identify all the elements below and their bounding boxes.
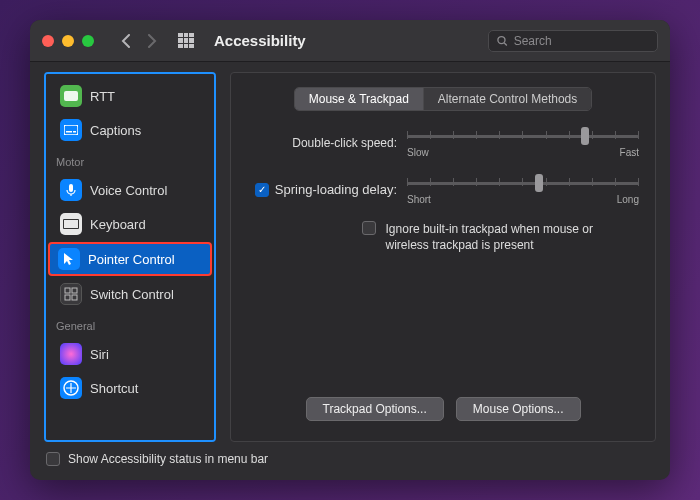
sidebar-item-label: RTT	[90, 89, 115, 104]
pointer-control-icon	[58, 248, 80, 270]
group-label-general: General	[46, 312, 214, 336]
sidebar-item-keyboard[interactable]: Keyboard	[50, 208, 210, 240]
sidebar-item-pointer-control[interactable]: Pointer Control	[48, 242, 212, 276]
minimize-window-button[interactable]	[62, 35, 74, 47]
sidebar-item-switch-control[interactable]: Switch Control	[50, 278, 210, 310]
sidebar-item-label: Captions	[90, 123, 141, 138]
slider-max-label: Fast	[620, 147, 639, 158]
spring-loading-slider[interactable]	[407, 174, 639, 192]
slider-min-label: Slow	[407, 147, 429, 158]
spring-loading-row: Spring-loading delay: Short Long	[247, 174, 639, 205]
grid-icon	[178, 33, 194, 49]
close-window-button[interactable]	[42, 35, 54, 47]
captions-icon	[60, 119, 82, 141]
preferences-window: Accessibility RTT Captions Motor	[30, 20, 670, 480]
sidebar-item-label: Switch Control	[90, 287, 174, 302]
search-icon	[497, 35, 508, 47]
double-click-row: Double-click speed: Slow Fast	[247, 127, 639, 158]
zoom-window-button[interactable]	[82, 35, 94, 47]
spring-loading-label: Spring-loading delay:	[275, 182, 397, 197]
svg-rect-12	[65, 295, 70, 300]
ignore-trackpad-checkbox[interactable]	[362, 221, 376, 235]
ignore-trackpad-row: Ignore built-in trackpad when mouse or w…	[247, 221, 639, 253]
tab-alternate-control[interactable]: Alternate Control Methods	[423, 88, 591, 110]
svg-rect-10	[65, 288, 70, 293]
rtt-icon	[60, 85, 82, 107]
svg-rect-9	[64, 220, 78, 228]
forward-button[interactable]	[140, 29, 164, 53]
ignore-trackpad-label: Ignore built-in trackpad when mouse or w…	[386, 221, 639, 253]
sidebar-item-siri[interactable]: Siri	[50, 338, 210, 370]
keyboard-icon	[60, 213, 82, 235]
sidebar[interactable]: RTT Captions Motor Voice Control Keyboa	[44, 72, 216, 442]
search-input[interactable]	[514, 34, 649, 48]
traffic-lights	[42, 35, 94, 47]
sidebar-item-voice-control[interactable]: Voice Control	[50, 174, 210, 206]
show-status-label: Show Accessibility status in menu bar	[68, 452, 268, 466]
slider-max-label: Long	[617, 194, 639, 205]
slider-min-label: Short	[407, 194, 431, 205]
window-title: Accessibility	[214, 32, 306, 49]
titlebar: Accessibility	[30, 20, 670, 62]
double-click-label: Double-click speed:	[247, 136, 397, 150]
svg-rect-4	[66, 131, 72, 133]
shortcut-icon	[60, 377, 82, 399]
body: RTT Captions Motor Voice Control Keyboa	[30, 62, 670, 442]
svg-rect-3	[64, 125, 78, 135]
content-pane: Mouse & Trackpad Alternate Control Metho…	[230, 72, 656, 442]
sidebar-item-captions[interactable]: Captions	[50, 114, 210, 146]
back-button[interactable]	[114, 29, 138, 53]
group-label-motor: Motor	[46, 148, 214, 172]
svg-point-0	[498, 36, 505, 43]
footer: Show Accessibility status in menu bar	[30, 442, 670, 480]
chevron-left-icon	[121, 34, 131, 48]
sidebar-item-shortcut[interactable]: Shortcut	[50, 372, 210, 404]
svg-rect-2	[64, 91, 78, 101]
mouse-options-button[interactable]: Mouse Options...	[456, 397, 581, 421]
sidebar-item-label: Keyboard	[90, 217, 146, 232]
svg-rect-5	[73, 131, 76, 133]
sidebar-item-rtt[interactable]: RTT	[50, 80, 210, 112]
tab-mouse-trackpad[interactable]: Mouse & Trackpad	[295, 88, 423, 110]
tab-bar: Mouse & Trackpad Alternate Control Metho…	[294, 87, 592, 111]
svg-line-1	[504, 42, 507, 45]
sidebar-item-label: Pointer Control	[88, 252, 175, 267]
spring-loading-checkbox[interactable]	[255, 183, 269, 197]
svg-rect-13	[72, 295, 77, 300]
sidebar-item-label: Voice Control	[90, 183, 167, 198]
chevron-right-icon	[147, 34, 157, 48]
switch-control-icon	[60, 283, 82, 305]
sidebar-item-label: Shortcut	[90, 381, 138, 396]
options-buttons: Trackpad Options... Mouse Options...	[247, 397, 639, 421]
voice-control-icon	[60, 179, 82, 201]
nav-buttons	[114, 29, 164, 53]
svg-rect-11	[72, 288, 77, 293]
svg-rect-6	[69, 184, 73, 192]
trackpad-options-button[interactable]: Trackpad Options...	[306, 397, 444, 421]
sidebar-item-label: Siri	[90, 347, 109, 362]
show-all-button[interactable]	[174, 29, 198, 53]
search-field[interactable]	[488, 30, 658, 52]
double-click-slider[interactable]	[407, 127, 639, 145]
show-status-checkbox[interactable]	[46, 452, 60, 466]
siri-icon	[60, 343, 82, 365]
